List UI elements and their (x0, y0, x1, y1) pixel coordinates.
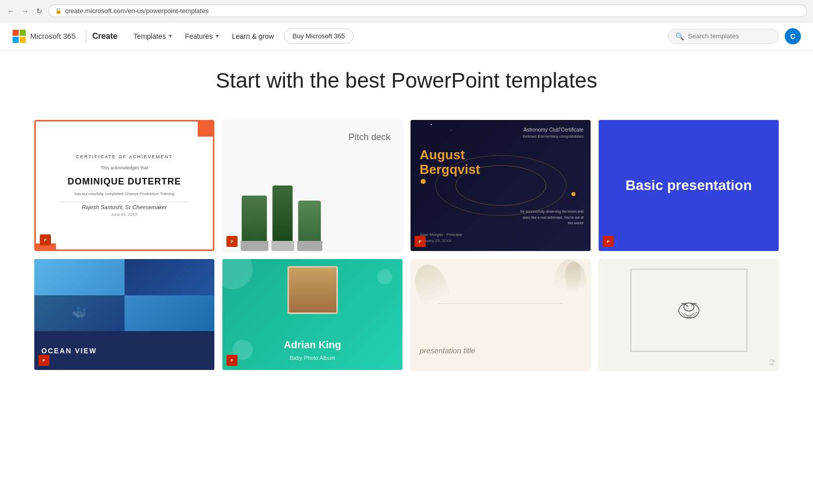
star1 (431, 124, 432, 125)
card-preview: CERTIFICATE OF ACHIEVEMENT This acknowle… (36, 121, 213, 249)
url-text: create.microsoft.com/en-us/powerpoint-te… (65, 7, 209, 15)
features-label: Features (185, 32, 213, 40)
main-nav: Microsoft 365 Create Templates ▼ Feature… (0, 22, 813, 50)
card-preview: PlaHe (599, 259, 779, 370)
profile-avatar[interactable]: C (785, 28, 801, 44)
buy-ms365-button[interactable]: Buy Microsoft 365 (284, 28, 354, 44)
templates-chevron: ▼ (168, 33, 173, 39)
pitch-deck-title: Pitch deck (349, 132, 390, 143)
ocean-cell-3: 🐳 (34, 295, 125, 332)
baby-photo (287, 266, 338, 314)
bird-plan-label: PlaHe (770, 359, 775, 366)
baby-circle-1 (222, 259, 253, 289)
template-card-astronomy[interactable]: Astronomy Club Certificate Bellows Eleme… (411, 120, 591, 251)
template-card-basic[interactable]: Basic presentation P (599, 120, 779, 251)
templates-menu[interactable]: Templates ▼ (128, 28, 179, 44)
astronomy-signatory: Juan Morgan · Principal (420, 232, 462, 237)
branch-line (438, 303, 564, 304)
basic-presentation-text: Basic presentation (625, 177, 752, 194)
astronomy-subtitle: Bellows Elementary congratulates (522, 134, 584, 139)
ms-logo[interactable]: Microsoft 365 (12, 29, 76, 43)
search-input[interactable] (688, 32, 771, 40)
back-button[interactable]: ← (6, 6, 16, 16)
template-grid: photography PORTFOLIO SELECTED WORK P ⬛⬛… (0, 108, 813, 374)
ms-logo-icon (12, 29, 26, 43)
brand-name: Microsoft 365 (30, 32, 76, 40)
svg-rect-0 (13, 30, 19, 36)
card-preview: Astronomy Club Certificate Bellows Eleme… (411, 120, 591, 251)
templates-label: Templates (134, 32, 166, 40)
ppt-badge: P (226, 236, 238, 247)
svg-rect-2 (13, 37, 19, 43)
ppt-badge: P (38, 355, 49, 366)
pitch-plants-group (241, 185, 385, 251)
ppt-badge: P (226, 355, 238, 366)
svg-rect-1 (20, 30, 26, 36)
planet2 (571, 192, 575, 196)
astronomy-name: August Bergqvist (420, 148, 480, 176)
baby-subtitle: Baby Photo Album (222, 355, 402, 361)
ppt-badge: P (415, 236, 426, 247)
learn-grow-link[interactable]: Learn & grow (226, 28, 280, 44)
planet1 (421, 179, 426, 184)
template-card-bird[interactable]: PlaHe (599, 259, 779, 370)
ocean-label-text: OCEAN VIEW (41, 347, 97, 355)
cert-acknowledgment: This acknowledges that (100, 165, 148, 170)
ocean-cell-4 (125, 295, 215, 332)
search-bar[interactable]: 🔍 (668, 29, 779, 44)
card-preview: Adrian King Baby Photo Album (222, 259, 402, 370)
ppt-badge: P (603, 236, 614, 247)
card-preview: 🐳 OCEAN VIEW (34, 259, 214, 370)
svg-rect-3 (20, 37, 26, 43)
refresh-button[interactable]: ↻ (34, 6, 44, 16)
bird-frame (630, 269, 747, 352)
cert-description: has successfully completed Cheese Produc… (74, 191, 174, 197)
features-menu[interactable]: Features ▼ (179, 28, 226, 44)
forward-button[interactable]: → (20, 6, 30, 16)
template-card-baby[interactable]: Adrian King Baby Photo Album P (222, 259, 402, 370)
nature-title: presentation title (420, 346, 475, 355)
card-preview: presentation title (411, 259, 591, 370)
cert-header: CERTIFICATE OF ACHIEVEMENT (76, 154, 172, 159)
cert-name: DOMINIQUE DUTERTRE (68, 176, 181, 187)
template-card-certificate[interactable]: CERTIFICATE OF ACHIEVEMENT This acknowle… (34, 120, 214, 251)
card-preview: Pitch deck (222, 120, 402, 251)
ppt-badge: P (40, 234, 51, 245)
svg-point-6 (686, 305, 688, 306)
cert-corner-accent (198, 121, 213, 137)
ocean-cell-2 (125, 259, 215, 295)
nav-divider (86, 30, 86, 42)
learn-grow-label: Learn & grow (232, 32, 274, 40)
baby-name: Adrian King (222, 339, 402, 351)
lock-icon: 🔒 (55, 8, 62, 14)
ocean-photo-grid: 🐳 (34, 259, 214, 331)
create-link[interactable]: Create (92, 32, 118, 41)
ocean-cell-1 (34, 259, 125, 295)
browser-chrome: ← → ↻ 🔒 create.microsoft.com/en-us/power… (0, 0, 813, 22)
features-chevron: ▼ (215, 33, 220, 39)
bird-svg (671, 293, 706, 328)
ocean-label-bar: OCEAN VIEW (34, 331, 214, 370)
template-card-ocean[interactable]: 🐳 OCEAN VIEW P (34, 259, 214, 370)
star2 (451, 130, 451, 131)
card-preview: Basic presentation (599, 120, 779, 251)
search-icon: 🔍 (675, 32, 684, 40)
url-bar[interactable]: 🔒 create.microsoft.com/en-us/powerpoint-… (48, 5, 807, 17)
astronomy-title: Astronomy Club Certificate (524, 127, 584, 133)
star4 (421, 145, 421, 146)
page-title: Start with the best PowerPoint templates (0, 50, 813, 108)
template-card-nature[interactable]: presentation title (411, 259, 591, 370)
cert-signature: Rajesh Santoshi, Sr Cheesemaker (60, 202, 189, 210)
template-card-pitchdeck[interactable]: Pitch deck P (222, 120, 402, 251)
astronomy-description: for successfully observing the moon ands… (520, 209, 584, 226)
baby-circle-3 (377, 269, 392, 284)
cert-date: June 04, 20XX (111, 212, 137, 217)
